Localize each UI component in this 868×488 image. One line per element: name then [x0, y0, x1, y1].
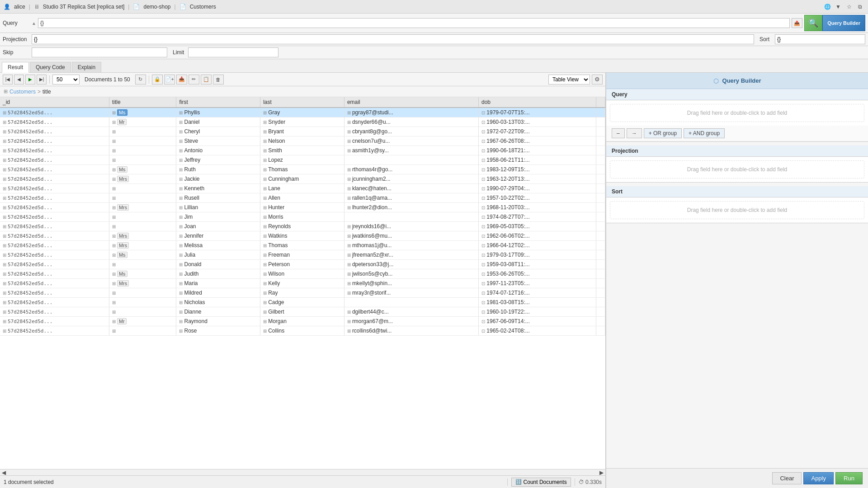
cell-dob: ⊡ 1960-10-19T22:...: [479, 307, 596, 317]
table-row[interactable]: ⊞57d28452ed5d...⊞Mr⊞Raymond⊞Morgan⊞rmorg…: [0, 317, 605, 326]
table-row[interactable]: ⊞57d28452ed5d...⊞Mrs⊞Lillian⊞Hunter⊞lhun…: [0, 203, 605, 212]
cell-dob: ⊡ 1965-02-24T08:...: [479, 326, 596, 336]
run-btn[interactable]: Run: [835, 472, 863, 484]
table-row[interactable]: ⊞57d28452ed5d...⊞⊞Joan⊞Reynolds⊞jreynold…: [0, 222, 605, 231]
refresh-btn[interactable]: ↻: [135, 75, 146, 84]
right-panel: ⬡ Query Builder Query Drag field here or…: [606, 73, 868, 488]
collection-icon: 📄: [179, 4, 186, 10]
count-documents-btn[interactable]: 🔢 Count Documents: [511, 478, 571, 487]
table-row[interactable]: ⊞57d28452ed5d...⊞Ms⊞Julia⊞Freeman⊞jfreem…: [0, 250, 605, 260]
data-table-container[interactable]: _id title first last email dob ⊞57d28452…: [0, 97, 605, 469]
cell-dob: ⊡ 1969-05-03T05:...: [479, 222, 596, 231]
title-icon-empty: ⊞: [112, 196, 116, 201]
cell-email: ⊞rmorgan67@m...: [344, 317, 478, 326]
dob-icon: ⊡: [481, 224, 485, 229]
projection-input[interactable]: [32, 34, 754, 44]
copy-btn[interactable]: 📋: [201, 75, 212, 84]
dropdown-icon[interactable]: ▼: [834, 2, 843, 11]
table-row[interactable]: ⊞57d28452ed5d...⊞Ms⊞Phyllis⊞Gray⊞pgray87…: [0, 108, 605, 117]
table-row[interactable]: ⊞57d28452ed5d...⊞⊞Donald⊞Peterson⊞dpeter…: [0, 260, 605, 269]
delete-btn[interactable]: 🗑: [213, 75, 224, 84]
query-input[interactable]: [38, 18, 790, 28]
scroll-left-arrow[interactable]: ◀: [0, 469, 8, 476]
qb-arrow-icon[interactable]: ⬡: [713, 77, 719, 84]
scroll-right-arrow[interactable]: ▶: [598, 469, 605, 476]
query-expand-icon[interactable]: ▲: [32, 21, 36, 26]
qb-and-group-btn[interactable]: + AND group: [684, 128, 725, 138]
nav-play-btn[interactable]: ▶: [25, 75, 35, 84]
cell-first: ⊞Rusell: [176, 193, 260, 203]
clear-btn[interactable]: Clear: [772, 472, 802, 484]
table-row[interactable]: ⊞57d28452ed5d...⊞Mr⊞Daniel⊞Snyder⊞dsnyde…: [0, 117, 605, 127]
query-export-btn[interactable]: 📤: [792, 18, 802, 28]
table-row[interactable]: ⊞57d28452ed5d...⊞⊞Rose⊞Collins⊞rcollins6…: [0, 326, 605, 336]
table-row[interactable]: ⊞57d28452ed5d...⊞Mrs⊞Jennifer⊞Watkins⊞jw…: [0, 231, 605, 241]
first-icon: ⊞: [179, 196, 183, 201]
tab-result[interactable]: Result: [2, 62, 29, 73]
last-icon: ⊞: [263, 243, 267, 248]
lock-btn[interactable]: 🔒: [152, 75, 163, 84]
table-row[interactable]: ⊞57d28452ed5d...⊞⊞Jeffrey⊞Lopez⊡ 1958-06…: [0, 155, 605, 165]
query-builder-icon-btn[interactable]: 🔍: [804, 15, 822, 31]
table-row[interactable]: ⊞57d28452ed5d...⊞⊞Rusell⊞Allen⊞rallen1q@…: [0, 193, 605, 203]
h-scroll-inner[interactable]: [8, 472, 598, 473]
table-row[interactable]: ⊞57d28452ed5d...⊞⊞Antonio⊞Smith⊞asmith1y…: [0, 146, 605, 155]
dob-icon: ⊡: [481, 253, 485, 258]
tab-query-code[interactable]: Query Code: [30, 62, 71, 72]
cell-title: ⊞Ms: [109, 269, 176, 279]
table-row[interactable]: ⊞57d28452ed5d...⊞Mrs⊞Jackie⊞Cunningham⊞j…: [0, 174, 605, 184]
page-size-select[interactable]: 50 100 200: [52, 75, 80, 84]
table-row[interactable]: ⊞57d28452ed5d...⊞⊞Nicholas⊞Cadge⊡ 1981-0…: [0, 298, 605, 307]
nav-first-btn[interactable]: |◀: [3, 75, 13, 84]
table-row[interactable]: ⊞57d28452ed5d...⊞⊞Dianne⊞Gilbert⊞dgilber…: [0, 307, 605, 317]
table-row[interactable]: ⊞57d28452ed5d...⊞Mrs⊞Maria⊞Kelly⊞mkellyt…: [0, 279, 605, 288]
qb-query-drop-area: Drag field here or double-click to add f…: [610, 104, 864, 122]
col-header-title[interactable]: title: [109, 97, 176, 108]
title-icon: ⊞: [112, 319, 116, 324]
limit-input[interactable]: [188, 47, 278, 57]
cell-extra: [596, 298, 605, 307]
cell-title: ⊞: [109, 193, 176, 203]
col-header-first[interactable]: first: [176, 97, 260, 108]
col-header-email[interactable]: email: [344, 97, 478, 108]
table-row[interactable]: ⊞57d28452ed5d...⊞⊞Kenneth⊞Lane⊞klanec@ha…: [0, 184, 605, 193]
database-label: demo-shop: [143, 4, 170, 10]
window-icon[interactable]: ⧉: [855, 2, 864, 11]
row-icon: ⊞: [3, 319, 6, 324]
qb-minus-btn[interactable]: –: [612, 128, 625, 138]
apply-btn[interactable]: Apply: [803, 472, 834, 484]
left-panel: |◀ ◀ ▶ ▶| 50 100 200 Documents 1 to 50 ↻…: [0, 73, 606, 488]
title-value: Ms: [117, 109, 127, 116]
col-header-id[interactable]: _id: [0, 97, 109, 108]
table-row[interactable]: ⊞57d28452ed5d...⊞⊞Jim⊞Morris⊡ 1974-08-27…: [0, 212, 605, 222]
settings-btn[interactable]: ⚙: [592, 75, 603, 84]
view-mode-select[interactable]: Table View Tree View JSON View: [548, 75, 590, 84]
table-row[interactable]: ⊞57d28452ed5d...⊞Ms⊞Judith⊞Wilson⊞jwilso…: [0, 269, 605, 279]
import-btn[interactable]: 📥: [176, 75, 187, 84]
tab-explain[interactable]: Explain: [72, 62, 101, 72]
edit-btn[interactable]: ✏: [189, 75, 199, 84]
cell-extra: [596, 165, 605, 174]
table-row[interactable]: ⊞57d28452ed5d...⊞Ms⊞Ruth⊞Thomas⊞rthomas4…: [0, 165, 605, 174]
skip-input[interactable]: [32, 47, 167, 57]
table-row[interactable]: ⊞57d28452ed5d...⊞Mrs⊞Melissa⊞Thomas⊞mtho…: [0, 241, 605, 250]
nav-last-btn[interactable]: ▶|: [37, 75, 47, 84]
star-icon[interactable]: ☆: [844, 2, 854, 11]
nav-prev-btn[interactable]: ◀: [14, 75, 24, 84]
add-doc-btn[interactable]: 📄+: [164, 75, 175, 84]
table-row[interactable]: ⊞57d28452ed5d...⊞⊞Cheryl⊞Bryant⊞cbryant8…: [0, 127, 605, 136]
qb-or-group-btn[interactable]: + OR group: [644, 128, 682, 138]
cell-email: [344, 298, 478, 307]
col-header-last[interactable]: last: [260, 97, 344, 108]
sort-input[interactable]: [775, 34, 865, 44]
table-row[interactable]: ⊞57d28452ed5d...⊞⊞Steve⊞Nelson⊞cnelson7u…: [0, 136, 605, 146]
first-icon: ⊞: [179, 158, 183, 163]
collection-label: Customers: [190, 4, 216, 10]
h-scroll[interactable]: ◀ ▶: [0, 469, 605, 475]
col-header-dob[interactable]: dob: [479, 97, 596, 108]
query-builder-toggle-btn[interactable]: Query Builder: [822, 15, 865, 31]
qb-arrow-btn[interactable]: →: [627, 128, 642, 138]
cell-first: ⊞Joan: [176, 222, 260, 231]
globe-icon[interactable]: 🌐: [823, 2, 832, 11]
table-row[interactable]: ⊞57d28452ed5d...⊞⊞Mildred⊞Ray⊞mray3r@sto…: [0, 288, 605, 298]
